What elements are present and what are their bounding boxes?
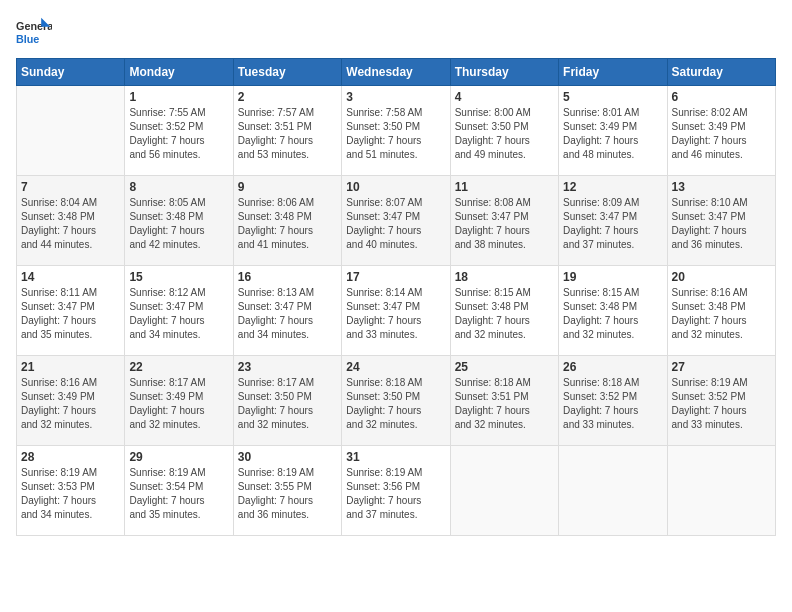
calendar-cell: 12Sunrise: 8:09 AMSunset: 3:47 PMDayligh… (559, 176, 667, 266)
day-number: 12 (563, 180, 662, 194)
calendar-cell: 1Sunrise: 7:55 AMSunset: 3:52 PMDaylight… (125, 86, 233, 176)
day-number: 18 (455, 270, 554, 284)
day-info: Sunrise: 8:09 AMSunset: 3:47 PMDaylight:… (563, 196, 662, 252)
day-number: 27 (672, 360, 771, 374)
calendar-cell (17, 86, 125, 176)
logo-icon: GeneralBlue (16, 16, 52, 52)
day-number: 16 (238, 270, 337, 284)
calendar-cell: 18Sunrise: 8:15 AMSunset: 3:48 PMDayligh… (450, 266, 558, 356)
calendar-cell: 14Sunrise: 8:11 AMSunset: 3:47 PMDayligh… (17, 266, 125, 356)
calendar-cell (450, 446, 558, 536)
day-number: 8 (129, 180, 228, 194)
day-info: Sunrise: 8:15 AMSunset: 3:48 PMDaylight:… (563, 286, 662, 342)
calendar-cell: 21Sunrise: 8:16 AMSunset: 3:49 PMDayligh… (17, 356, 125, 446)
calendar-week-4: 21Sunrise: 8:16 AMSunset: 3:49 PMDayligh… (17, 356, 776, 446)
calendar-cell: 25Sunrise: 8:18 AMSunset: 3:51 PMDayligh… (450, 356, 558, 446)
day-info: Sunrise: 8:18 AMSunset: 3:51 PMDaylight:… (455, 376, 554, 432)
col-header-tuesday: Tuesday (233, 59, 341, 86)
day-number: 31 (346, 450, 445, 464)
day-info: Sunrise: 8:07 AMSunset: 3:47 PMDaylight:… (346, 196, 445, 252)
day-info: Sunrise: 8:19 AMSunset: 3:53 PMDaylight:… (21, 466, 120, 522)
day-number: 28 (21, 450, 120, 464)
calendar-cell: 8Sunrise: 8:05 AMSunset: 3:48 PMDaylight… (125, 176, 233, 266)
day-number: 5 (563, 90, 662, 104)
day-number: 9 (238, 180, 337, 194)
logo: GeneralBlue (16, 16, 52, 52)
calendar-cell: 23Sunrise: 8:17 AMSunset: 3:50 PMDayligh… (233, 356, 341, 446)
day-number: 26 (563, 360, 662, 374)
day-info: Sunrise: 8:16 AMSunset: 3:48 PMDaylight:… (672, 286, 771, 342)
calendar-cell: 29Sunrise: 8:19 AMSunset: 3:54 PMDayligh… (125, 446, 233, 536)
day-info: Sunrise: 8:15 AMSunset: 3:48 PMDaylight:… (455, 286, 554, 342)
calendar-cell: 15Sunrise: 8:12 AMSunset: 3:47 PMDayligh… (125, 266, 233, 356)
day-info: Sunrise: 8:18 AMSunset: 3:52 PMDaylight:… (563, 376, 662, 432)
day-number: 25 (455, 360, 554, 374)
calendar-cell (667, 446, 775, 536)
day-number: 4 (455, 90, 554, 104)
calendar-week-2: 7Sunrise: 8:04 AMSunset: 3:48 PMDaylight… (17, 176, 776, 266)
calendar-cell: 24Sunrise: 8:18 AMSunset: 3:50 PMDayligh… (342, 356, 450, 446)
day-number: 10 (346, 180, 445, 194)
calendar-cell: 3Sunrise: 7:58 AMSunset: 3:50 PMDaylight… (342, 86, 450, 176)
calendar-cell: 2Sunrise: 7:57 AMSunset: 3:51 PMDaylight… (233, 86, 341, 176)
day-number: 29 (129, 450, 228, 464)
day-number: 22 (129, 360, 228, 374)
day-number: 19 (563, 270, 662, 284)
calendar-cell: 4Sunrise: 8:00 AMSunset: 3:50 PMDaylight… (450, 86, 558, 176)
calendar-cell: 17Sunrise: 8:14 AMSunset: 3:47 PMDayligh… (342, 266, 450, 356)
day-number: 14 (21, 270, 120, 284)
day-number: 23 (238, 360, 337, 374)
calendar-cell: 26Sunrise: 8:18 AMSunset: 3:52 PMDayligh… (559, 356, 667, 446)
day-number: 17 (346, 270, 445, 284)
day-number: 7 (21, 180, 120, 194)
day-info: Sunrise: 8:16 AMSunset: 3:49 PMDaylight:… (21, 376, 120, 432)
day-number: 6 (672, 90, 771, 104)
day-info: Sunrise: 8:10 AMSunset: 3:47 PMDaylight:… (672, 196, 771, 252)
day-info: Sunrise: 8:19 AMSunset: 3:55 PMDaylight:… (238, 466, 337, 522)
day-info: Sunrise: 8:12 AMSunset: 3:47 PMDaylight:… (129, 286, 228, 342)
calendar-week-1: 1Sunrise: 7:55 AMSunset: 3:52 PMDaylight… (17, 86, 776, 176)
calendar-cell: 20Sunrise: 8:16 AMSunset: 3:48 PMDayligh… (667, 266, 775, 356)
day-info: Sunrise: 8:00 AMSunset: 3:50 PMDaylight:… (455, 106, 554, 162)
calendar-cell: 5Sunrise: 8:01 AMSunset: 3:49 PMDaylight… (559, 86, 667, 176)
calendar-cell: 27Sunrise: 8:19 AMSunset: 3:52 PMDayligh… (667, 356, 775, 446)
calendar-cell: 6Sunrise: 8:02 AMSunset: 3:49 PMDaylight… (667, 86, 775, 176)
day-number: 30 (238, 450, 337, 464)
calendar-cell: 28Sunrise: 8:19 AMSunset: 3:53 PMDayligh… (17, 446, 125, 536)
col-header-sunday: Sunday (17, 59, 125, 86)
calendar-cell: 19Sunrise: 8:15 AMSunset: 3:48 PMDayligh… (559, 266, 667, 356)
day-number: 21 (21, 360, 120, 374)
calendar-cell (559, 446, 667, 536)
calendar-cell: 30Sunrise: 8:19 AMSunset: 3:55 PMDayligh… (233, 446, 341, 536)
day-info: Sunrise: 8:08 AMSunset: 3:47 PMDaylight:… (455, 196, 554, 252)
day-number: 1 (129, 90, 228, 104)
day-number: 2 (238, 90, 337, 104)
day-info: Sunrise: 8:19 AMSunset: 3:56 PMDaylight:… (346, 466, 445, 522)
calendar-week-3: 14Sunrise: 8:11 AMSunset: 3:47 PMDayligh… (17, 266, 776, 356)
calendar-header-row: SundayMondayTuesdayWednesdayThursdayFrid… (17, 59, 776, 86)
col-header-thursday: Thursday (450, 59, 558, 86)
day-info: Sunrise: 8:02 AMSunset: 3:49 PMDaylight:… (672, 106, 771, 162)
day-info: Sunrise: 8:14 AMSunset: 3:47 PMDaylight:… (346, 286, 445, 342)
day-info: Sunrise: 7:58 AMSunset: 3:50 PMDaylight:… (346, 106, 445, 162)
day-info: Sunrise: 8:19 AMSunset: 3:54 PMDaylight:… (129, 466, 228, 522)
col-header-wednesday: Wednesday (342, 59, 450, 86)
calendar-week-5: 28Sunrise: 8:19 AMSunset: 3:53 PMDayligh… (17, 446, 776, 536)
day-number: 13 (672, 180, 771, 194)
day-number: 24 (346, 360, 445, 374)
col-header-friday: Friday (559, 59, 667, 86)
day-info: Sunrise: 8:04 AMSunset: 3:48 PMDaylight:… (21, 196, 120, 252)
day-info: Sunrise: 8:05 AMSunset: 3:48 PMDaylight:… (129, 196, 228, 252)
day-number: 20 (672, 270, 771, 284)
col-header-monday: Monday (125, 59, 233, 86)
calendar-cell: 7Sunrise: 8:04 AMSunset: 3:48 PMDaylight… (17, 176, 125, 266)
day-info: Sunrise: 8:18 AMSunset: 3:50 PMDaylight:… (346, 376, 445, 432)
calendar-cell: 11Sunrise: 8:08 AMSunset: 3:47 PMDayligh… (450, 176, 558, 266)
calendar-cell: 13Sunrise: 8:10 AMSunset: 3:47 PMDayligh… (667, 176, 775, 266)
calendar-cell: 22Sunrise: 8:17 AMSunset: 3:49 PMDayligh… (125, 356, 233, 446)
day-info: Sunrise: 7:55 AMSunset: 3:52 PMDaylight:… (129, 106, 228, 162)
calendar-cell: 16Sunrise: 8:13 AMSunset: 3:47 PMDayligh… (233, 266, 341, 356)
calendar-cell: 31Sunrise: 8:19 AMSunset: 3:56 PMDayligh… (342, 446, 450, 536)
page-header: GeneralBlue (16, 16, 776, 52)
col-header-saturday: Saturday (667, 59, 775, 86)
